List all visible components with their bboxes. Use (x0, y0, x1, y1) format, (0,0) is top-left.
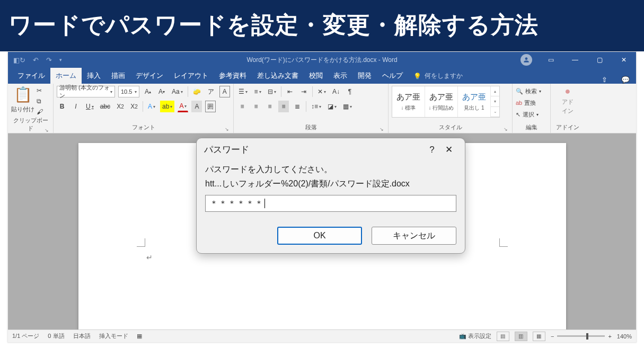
tab-insert[interactable]: 挿入 (82, 68, 106, 84)
clear-formatting-button[interactable]: 🧽 (191, 86, 202, 97)
close-window-button[interactable]: ✕ (612, 52, 636, 68)
tab-references[interactable]: 参考資料 (214, 68, 252, 84)
style-normal[interactable]: あア亜↓ 標準 (392, 86, 425, 117)
style-gallery[interactable]: あア亜↓ 標準 あア亜↓ 行間詰め あア亜見出し 1 ▴▾⌄ (392, 86, 500, 118)
style-heading-1[interactable]: あア亜見出し 1 (458, 86, 491, 117)
zoom-slider[interactable]: − + (551, 333, 612, 340)
font-launcher[interactable]: ↘ (225, 127, 229, 132)
highlight-button[interactable]: ab (160, 101, 174, 112)
tab-layout[interactable]: レイアウト (169, 68, 214, 84)
status-word-count[interactable]: 0 単語 (48, 332, 64, 340)
zoom-track[interactable] (557, 335, 605, 337)
character-border-button[interactable]: 囲 (205, 101, 216, 112)
style-gallery-scroll[interactable]: ▴▾⌄ (491, 86, 499, 117)
addins-button[interactable]: ● アド イン (554, 86, 581, 115)
tab-help[interactable]: ヘルプ (377, 68, 408, 84)
zoom-out-button[interactable]: − (551, 333, 554, 340)
password-input[interactable]: ＊＊＊＊＊＊ (205, 195, 456, 212)
password-dialog: パスワード ? ✕ パスワードを入力してください。 htt...しいフォルダー%… (196, 138, 465, 254)
ribbon-options-icon[interactable]: ▭ (539, 52, 563, 68)
align-center-button[interactable]: ≡ (251, 101, 261, 112)
replace-button[interactable]: ab置換 (516, 97, 541, 108)
multilevel-button[interactable]: ⊟ (266, 86, 278, 97)
decrease-indent-button[interactable]: ⇤ (285, 86, 295, 97)
undo-icon[interactable]: ↶ (33, 56, 39, 64)
paste-icon[interactable]: 📋 (14, 86, 32, 103)
zoom-in-button[interactable]: + (608, 333, 611, 340)
underline-button[interactable]: U (84, 101, 95, 112)
show-hide-button[interactable]: ¶ (345, 86, 355, 97)
subscript-button[interactable]: X2 (115, 101, 126, 112)
bold-button[interactable]: B (57, 101, 67, 112)
status-page[interactable]: 1/1 ページ (12, 332, 39, 340)
tab-developer[interactable]: 開発 (352, 68, 377, 84)
tell-me-search[interactable]: 💡 何をしますか (408, 68, 468, 84)
tab-draw[interactable]: 描画 (106, 68, 130, 84)
sort-button[interactable]: A↓ (331, 86, 341, 97)
minimize-button[interactable]: — (563, 52, 587, 68)
align-left-button[interactable]: ≡ (237, 101, 248, 112)
shading-button[interactable]: ◪ (326, 101, 338, 112)
tab-view[interactable]: 表示 (328, 68, 352, 84)
format-painter-icon[interactable]: 🖌 (37, 108, 43, 115)
comments-icon[interactable]: 💬 (615, 76, 636, 84)
zoom-level[interactable]: 140% (617, 333, 632, 340)
dialog-title: パスワード (204, 144, 249, 156)
paragraph-launcher[interactable]: ↘ (380, 127, 384, 132)
align-right-button[interactable]: ≡ (264, 101, 275, 112)
font-group-label: フォント (132, 124, 155, 130)
asian-layout-button[interactable]: ✕ (316, 86, 328, 97)
ok-button[interactable]: OK (277, 227, 362, 245)
status-insert-mode[interactable]: 挿入モード (99, 332, 128, 340)
character-shading-button[interactable]: A (191, 101, 202, 112)
user-avatar[interactable] (521, 54, 532, 66)
cancel-button[interactable]: キャンセル (372, 227, 456, 245)
qat-more-icon[interactable]: ▾ (59, 57, 62, 63)
tab-home[interactable]: ホーム (50, 68, 82, 84)
view-web-layout[interactable]: ▦ (533, 332, 545, 341)
autosave-icon[interactable]: ◧↻ (13, 56, 25, 64)
enclose-characters-button[interactable]: A (219, 86, 230, 97)
view-read-mode[interactable]: ▤ (497, 332, 509, 341)
dialog-close-button[interactable]: ✕ (440, 144, 457, 155)
strikethrough-button[interactable]: abc (99, 101, 112, 112)
style-no-spacing[interactable]: あア亜↓ 行間詰め (425, 86, 458, 117)
styles-launcher[interactable]: ↘ (504, 127, 508, 132)
bullets-button[interactable]: ☰ (237, 86, 249, 97)
redo-icon[interactable]: ↷ (46, 56, 52, 64)
dialog-help-button[interactable]: ? (424, 145, 440, 155)
cut-icon[interactable]: ✂ (37, 87, 43, 94)
italic-button[interactable]: I (70, 101, 81, 112)
tab-mailings[interactable]: 差し込み文書 (252, 68, 304, 84)
tab-design[interactable]: デザイン (130, 68, 169, 84)
find-button[interactable]: 🔍検索▾ (516, 86, 541, 96)
group-styles: あア亜↓ 標準 あア亜↓ 行間詰め あア亜見出し 1 ▴▾⌄ スタイル↘ (389, 84, 513, 133)
font-color-button[interactable]: A (178, 101, 188, 112)
clipboard-launcher[interactable]: ↘ (45, 128, 49, 133)
distribute-button[interactable]: ≣ (292, 101, 303, 112)
grow-font-button[interactable]: A▴ (143, 86, 153, 97)
status-bar: 1/1 ページ 0 単語 日本語 挿入モード ▦ 📺 表示設定 ▤ ▥ ▦ − … (8, 329, 636, 342)
font-name-combo[interactable]: 游明朝 (本文のフォン▾ (57, 86, 115, 97)
tab-review[interactable]: 校閲 (304, 68, 328, 84)
phonetic-guide-button[interactable]: ア (206, 86, 216, 97)
tab-file[interactable]: ファイル (12, 68, 50, 84)
display-settings[interactable]: 📺 表示設定 (459, 332, 491, 340)
maximize-button[interactable]: ▢ (587, 52, 612, 68)
view-print-layout[interactable]: ▥ (515, 332, 527, 341)
text-effects-button[interactable]: A (146, 101, 157, 112)
borders-button[interactable]: ▦ (341, 101, 354, 112)
shrink-font-button[interactable]: A▾ (156, 86, 167, 97)
macro-status-icon[interactable]: ▦ (137, 333, 142, 340)
superscript-button[interactable]: X2 (129, 101, 139, 112)
share-icon[interactable]: ⇧ (594, 76, 615, 84)
justify-button[interactable]: ≡ (278, 101, 289, 112)
select-button[interactable]: ↖選択▾ (516, 109, 541, 120)
line-spacing-button[interactable]: ↕≡ (310, 101, 323, 112)
copy-icon[interactable]: ⧉ (37, 97, 43, 105)
increase-indent-button[interactable]: ⇥ (298, 86, 309, 97)
numbering-button[interactable]: ≡ (252, 86, 263, 97)
font-size-combo[interactable]: 10.5▾ (118, 86, 139, 97)
status-language[interactable]: 日本語 (73, 332, 91, 340)
change-case-button[interactable]: Aa (170, 86, 184, 97)
